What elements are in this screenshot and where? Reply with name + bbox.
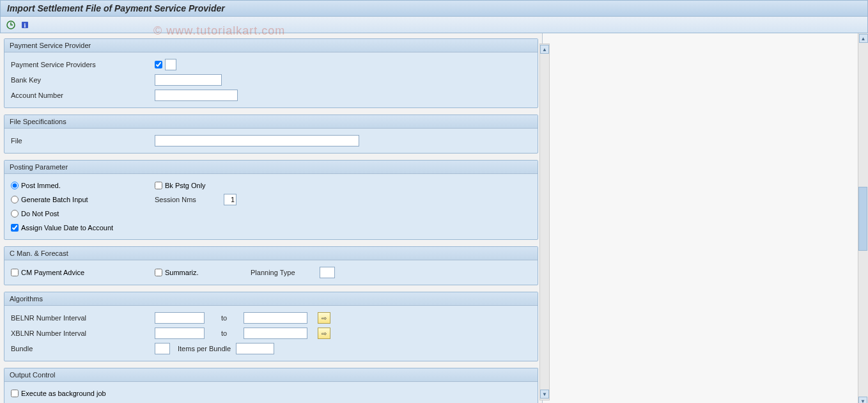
- post-immed-label: Post Immed.: [21, 182, 61, 189]
- arrow-right-icon: ⇨: [322, 330, 327, 337]
- xblnr-to-input[interactable]: [244, 328, 307, 339]
- page-title: Import Settlement File of Payment Servic…: [7, 3, 225, 13]
- main-scroll-down-button[interactable]: ▼: [540, 390, 549, 399]
- group-output-control: Output Control Execute as background job…: [4, 368, 538, 403]
- execute-icon[interactable]: [6, 20, 16, 30]
- belnr-more-button[interactable]: ⇨: [318, 312, 330, 324]
- svg-text:i: i: [24, 22, 26, 29]
- account-number-label: Account Number: [11, 91, 155, 99]
- group-file-specifications: File Specifications File: [4, 115, 538, 154]
- session-nms-label: Session Nms: [155, 196, 219, 203]
- group-header-file: File Specifications: [4, 115, 538, 129]
- xblnr-to-label: to: [221, 329, 227, 337]
- belnr-label: BELNR Number Interval: [11, 314, 155, 322]
- bank-key-label: Bank Key: [11, 76, 155, 84]
- items-per-bundle-label: Items per Bundle: [178, 345, 231, 352]
- account-number-input[interactable]: [155, 90, 238, 101]
- bk-pstg-only-checkbox[interactable]: [155, 182, 162, 189]
- belnr-from-input[interactable]: [155, 312, 205, 324]
- summariz-label: Summariz.: [165, 269, 199, 276]
- group-header-psp: Payment Service Provider: [4, 39, 538, 52]
- cm-payment-advice-checkbox[interactable]: [11, 269, 19, 276]
- generate-batch-label: Generate Batch Input: [21, 196, 88, 203]
- do-not-post-label: Do Not Post: [21, 210, 59, 217]
- providers-label: Payment Service Providers: [11, 61, 155, 68]
- bundle-input[interactable]: [155, 343, 170, 354]
- bk-pstg-only-label: Bk Pstg Only: [165, 182, 206, 189]
- main-scroll-up-button[interactable]: ▲: [540, 45, 549, 54]
- providers-checkbox[interactable]: [155, 61, 162, 68]
- content-wrap: Payment Service Provider Payment Service…: [0, 33, 868, 403]
- items-per-bundle-input[interactable]: [236, 343, 274, 354]
- file-input[interactable]: [155, 135, 359, 146]
- bank-key-input[interactable]: [155, 74, 222, 86]
- group-header-output: Output Control: [4, 368, 538, 382]
- providers-input[interactable]: [165, 59, 176, 70]
- group-payment-service-provider: Payment Service Provider Payment Service…: [4, 38, 538, 108]
- scroll-up-button[interactable]: ▲: [859, 34, 868, 43]
- group-forecast: C Man. & Forecast CM Payment Advice Summ…: [4, 246, 538, 285]
- belnr-to-label: to: [221, 314, 227, 322]
- exec-bg-label: Execute as background job: [21, 390, 106, 397]
- generate-batch-radio[interactable]: [11, 196, 19, 203]
- file-label: File: [11, 137, 155, 145]
- xblnr-from-input[interactable]: [155, 328, 205, 339]
- session-nms-input[interactable]: [224, 194, 236, 205]
- toolbar: i: [0, 17, 868, 33]
- arrow-right-icon: ⇨: [322, 315, 327, 322]
- post-immed-radio[interactable]: [11, 182, 19, 189]
- scroll-thumb[interactable]: [858, 187, 867, 251]
- cm-payment-advice-label: CM Payment Advice: [21, 269, 84, 276]
- belnr-to-input[interactable]: [244, 312, 307, 324]
- info-icon[interactable]: i: [20, 20, 30, 30]
- group-algorithms: Algorithms BELNR Number Interval to ⇨ XB…: [4, 292, 538, 361]
- main-content: Payment Service Provider Payment Service…: [0, 33, 542, 403]
- group-header-forecast: C Man. & Forecast: [4, 247, 538, 260]
- assign-value-date-checkbox[interactable]: [11, 224, 19, 232]
- assign-value-date-label: Assign Value Date to Account: [21, 224, 113, 232]
- bundle-label: Bundle: [11, 345, 155, 352]
- scroll-down-button[interactable]: ▼: [858, 397, 867, 403]
- xblnr-more-button[interactable]: ⇨: [318, 328, 330, 339]
- right-pane: ▲ ▼: [542, 33, 868, 403]
- do-not-post-radio[interactable]: [11, 210, 19, 217]
- page-title-bar: Import Settlement File of Payment Servic…: [0, 0, 868, 17]
- scrollbar-vertical[interactable]: ▲ ▼: [858, 33, 868, 403]
- planning-type-input[interactable]: [320, 267, 335, 278]
- group-header-algorithms: Algorithms: [4, 292, 538, 306]
- summariz-checkbox[interactable]: [155, 269, 162, 276]
- group-posting-parameter: Posting Parameter Post Immed. Bk Pstg On…: [4, 160, 538, 240]
- xblnr-label: XBLNR Number Interval: [11, 329, 155, 337]
- exec-bg-checkbox[interactable]: [11, 390, 19, 397]
- planning-type-label: Planning Type: [251, 269, 314, 276]
- group-header-posting: Posting Parameter: [4, 161, 538, 174]
- main-scrollbar-vertical[interactable]: ▲ ▼: [539, 43, 550, 400]
